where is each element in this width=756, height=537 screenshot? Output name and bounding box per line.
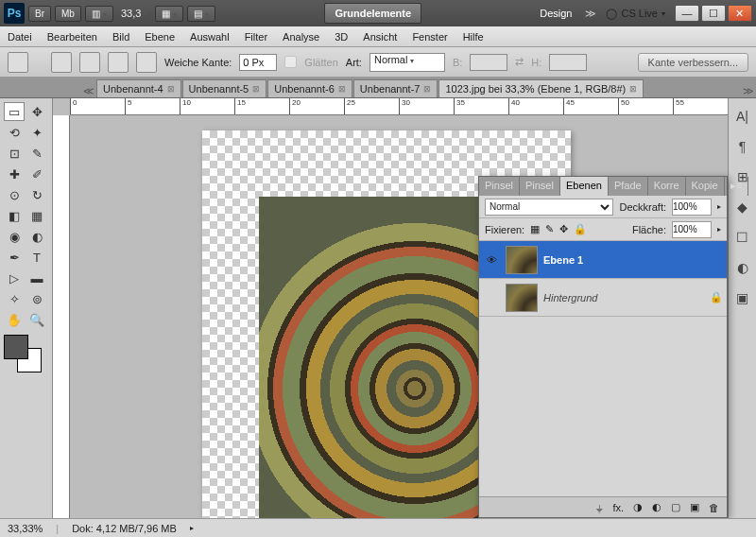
blur-tool[interactable]: ◉ <box>4 227 25 246</box>
close-icon[interactable]: ⊠ <box>423 84 431 94</box>
foreground-color[interactable] <box>4 335 28 359</box>
menu-filter[interactable]: Filter <box>245 31 267 43</box>
panel-tab[interactable]: Kopie <box>686 177 725 196</box>
opacity-flyout-icon[interactable]: ▸ <box>717 202 721 211</box>
layer-name[interactable]: Ebene 1 <box>543 254 583 266</box>
workspace-primary[interactable]: Grundelemente <box>324 3 421 24</box>
lock-position-icon[interactable]: ✥ <box>559 223 568 235</box>
doc-tab[interactable]: Unbenannt-7⊠ <box>353 79 438 97</box>
lock-pixels-icon[interactable]: ✎ <box>545 223 554 235</box>
workspace-more[interactable]: ≫ <box>585 8 596 20</box>
dodge-tool[interactable]: ◐ <box>26 227 47 246</box>
panel-tab-layers[interactable]: Ebenen <box>560 177 609 196</box>
panel-tab[interactable]: Pfade <box>609 177 648 196</box>
style-select[interactable]: Normal <box>369 53 445 72</box>
layer-thumbnail[interactable] <box>506 284 538 312</box>
character-panel-icon[interactable]: A| <box>734 108 751 125</box>
tab-scroll-left[interactable]: ≪ <box>81 85 96 97</box>
3d-panel-icon[interactable]: ☐ <box>734 229 751 246</box>
ruler-vertical[interactable] <box>53 115 70 518</box>
marquee-tool[interactable]: ▭ <box>4 102 25 121</box>
menu-datei[interactable]: Datei <box>8 31 32 43</box>
link-layers-icon[interactable]: ⏚ <box>596 502 603 513</box>
gradient-tool[interactable]: ▦ <box>26 206 47 225</box>
menu-ebene[interactable]: Ebene <box>145 31 175 43</box>
screen-mode-button[interactable]: ▥ <box>85 6 113 22</box>
bridge-button[interactable]: Br <box>28 6 51 22</box>
menu-bild[interactable]: Bild <box>112 31 129 43</box>
blend-mode-select[interactable]: Normal <box>485 199 613 216</box>
group-icon[interactable]: ▢ <box>671 501 680 513</box>
minibridge-button[interactable]: Mb <box>55 6 81 22</box>
panel-menu-icon[interactable]: ▸≡ <box>725 177 748 196</box>
new-layer-icon[interactable]: ▣ <box>690 501 699 513</box>
fx-icon[interactable]: fx. <box>612 502 624 513</box>
selection-new[interactable] <box>51 52 72 73</box>
close-button[interactable]: ✕ <box>728 5 752 22</box>
move-tool[interactable]: ✥ <box>26 102 47 121</box>
close-icon[interactable]: ⊠ <box>167 84 175 94</box>
visibility-icon[interactable]: 👁 <box>483 254 500 266</box>
stamp-tool[interactable]: ⊙ <box>4 185 25 204</box>
color-swatches[interactable] <box>4 335 42 372</box>
lasso-tool[interactable]: ⟲ <box>4 123 25 142</box>
path-tool[interactable]: ▷ <box>4 268 25 287</box>
shape-tool[interactable]: ▬ <box>26 268 47 287</box>
panel-tab[interactable]: Pinsel <box>479 177 520 196</box>
eyedropper-tool[interactable]: ✎ <box>26 144 47 163</box>
maximize-button[interactable]: ☐ <box>701 5 726 22</box>
3d-tool[interactable]: ✧ <box>4 289 25 308</box>
layer-row[interactable]: Hintergrund 🔒 <box>479 279 727 317</box>
status-flyout-icon[interactable]: ▸ <box>190 524 194 532</box>
paragraph-panel-icon[interactable]: ¶ <box>734 138 751 155</box>
close-icon[interactable]: ⊠ <box>629 84 637 94</box>
panel-tab[interactable]: Korre <box>648 177 686 196</box>
refine-edge-button[interactable]: Kante verbessern... <box>638 53 748 72</box>
selection-add[interactable] <box>79 52 100 73</box>
minimize-button[interactable]: — <box>675 5 699 22</box>
doc-tab[interactable]: Unbenannt-5⊠ <box>182 79 267 97</box>
pen-tool[interactable]: ✒ <box>4 248 25 267</box>
workspace-secondary[interactable]: Design <box>530 4 581 23</box>
menu-ansicht[interactable]: Ansicht <box>363 31 397 43</box>
doc-tab[interactable]: Unbenannt-4⊠ <box>96 79 181 97</box>
opacity-input[interactable] <box>672 199 712 216</box>
actions-panel-icon[interactable]: ▣ <box>734 289 751 306</box>
magic-wand-tool[interactable]: ✦ <box>26 123 47 142</box>
eraser-tool[interactable]: ◧ <box>4 206 25 225</box>
fill-flyout-icon[interactable]: ▸ <box>717 225 721 234</box>
menu-bearbeiten[interactable]: Bearbeiten <box>47 31 97 43</box>
menu-auswahl[interactable]: Auswahl <box>190 31 230 43</box>
panel-tab[interactable]: Pinsel <box>520 177 560 196</box>
menu-hilfe[interactable]: Hilfe <box>463 31 484 43</box>
tool-preset-button[interactable] <box>8 52 28 73</box>
tab-scroll-right[interactable]: ≫ <box>741 85 756 97</box>
layer-thumbnail[interactable] <box>506 246 538 274</box>
type-tool[interactable]: T <box>26 248 47 267</box>
zoom-level[interactable]: 33,3 <box>117 8 151 19</box>
3d-camera-tool[interactable]: ⊚ <box>26 289 47 308</box>
doc-tab-active[interactable]: 1023.jpg bei 33,3% (Ebene 1, RGB/8#)⊠ <box>438 79 644 97</box>
feather-input[interactable] <box>239 54 277 71</box>
styles-panel-icon[interactable]: ◆ <box>734 199 751 216</box>
menu-fenster[interactable]: Fenster <box>412 31 447 43</box>
layer-name[interactable]: Hintergrund <box>543 292 597 303</box>
lock-all-icon[interactable]: 🔒 <box>574 223 587 235</box>
close-icon[interactable]: ⊠ <box>338 84 346 94</box>
menu-3d[interactable]: 3D <box>335 31 348 43</box>
mask-icon[interactable]: ◑ <box>633 501 643 513</box>
delete-layer-icon[interactable]: 🗑 <box>709 502 719 513</box>
menu-analyse[interactable]: Analyse <box>283 31 319 43</box>
adjustments-panel-icon[interactable]: ◐ <box>734 259 751 276</box>
status-zoom[interactable]: 33,33% <box>8 523 43 534</box>
selection-intersect[interactable] <box>136 52 157 73</box>
doc-tab[interactable]: Unbenannt-6⊠ <box>267 79 352 97</box>
ruler-horizontal[interactable]: 0510152025303540455055 <box>70 98 728 115</box>
layer-row[interactable]: 👁 Ebene 1 <box>479 241 727 279</box>
arrange-button[interactable]: ▦ <box>155 6 183 22</box>
lock-transparency-icon[interactable]: ▦ <box>530 223 540 235</box>
hand-tool[interactable]: ✋ <box>4 310 25 329</box>
close-icon[interactable]: ⊠ <box>252 84 260 94</box>
fill-input[interactable] <box>672 221 712 238</box>
adjustment-layer-icon[interactable]: ◐ <box>652 501 662 513</box>
